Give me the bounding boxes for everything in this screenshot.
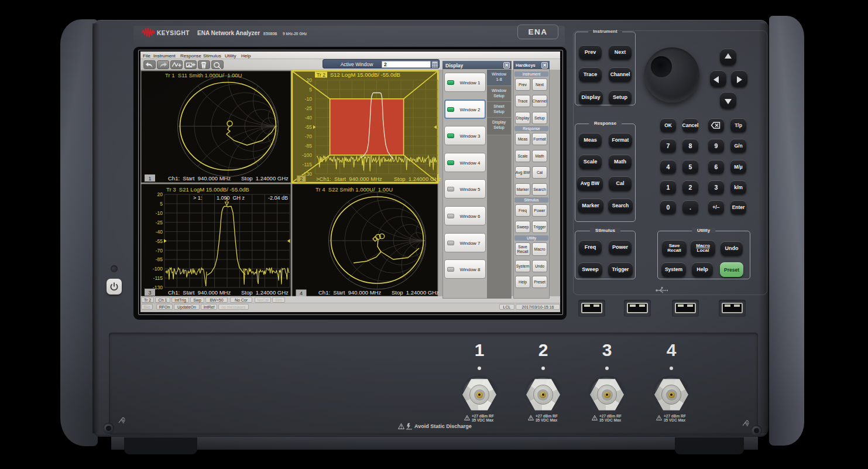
svg-text:20: 20 (157, 191, 163, 197)
svg-text:S12 LogM 15.00dB/ -55.0dB: S12 LogM 15.00dB/ -55.0dB (330, 71, 400, 78)
svg-text:> 1:: > 1: (193, 195, 202, 201)
svg-text:-10: -10 (156, 210, 163, 216)
svg-text:-25: -25 (156, 220, 163, 225)
svg-text:-2.04 dB: -2.04 dB (268, 195, 288, 201)
svg-text:-40: -40 (305, 115, 313, 121)
svg-text:-55: -55 (156, 238, 163, 244)
svg-text:1: 1 (148, 176, 151, 182)
svg-text:5: 5 (160, 201, 163, 207)
svg-text:4: 4 (300, 290, 303, 296)
svg-text:Ch1: Start 940.000 MHz: Ch1: Start 940.000 MHz (168, 289, 231, 296)
svg-text:Ch1: Start 940.000 MHz: Ch1: Start 940.000 MHz (318, 289, 381, 296)
svg-text:-25: -25 (305, 105, 313, 111)
svg-text:20: 20 (307, 77, 313, 83)
svg-text:1.090 GH z: 1.090 GH z (217, 195, 245, 201)
svg-text:Stop 1.24000 GHz: Stop 1.24000 GHz (394, 176, 441, 182)
svg-text:Stop 1.24000 GHz: Stop 1.24000 GHz (392, 289, 439, 296)
svg-text:-10: -10 (305, 96, 313, 102)
svg-text:-100: -100 (153, 266, 163, 272)
svg-text:-115: -115 (153, 275, 163, 281)
svg-text:-70: -70 (156, 248, 163, 254)
svg-text:Tr 4 S22 Smith 1.000U/ 1.00U: Tr 4 S22 Smith 1.000U/ 1.00U (315, 186, 393, 193)
svg-text:-40: -40 (156, 229, 163, 235)
svg-text:-100: -100 (302, 152, 312, 158)
svg-text:-85: -85 (156, 256, 163, 262)
svg-text:Stop 1.24000 GHz: Stop 1.24000 GHz (241, 289, 289, 296)
svg-text:Tr 2: Tr 2 (317, 72, 325, 78)
svg-text:Tr 1 S11 Smith 1.000U/ 1.00U: Tr 1 S11 Smith 1.000U/ 1.00U (165, 72, 242, 78)
svg-text:2: 2 (300, 176, 303, 182)
svg-text:Stop 1.24000 GHz: Stop 1.24000 GHz (241, 175, 289, 182)
svg-text:Tr 3 S21 LogM 15.00dB/ -55.0d: Tr 3 S21 LogM 15.00dB/ -55.0dB (166, 186, 249, 193)
svg-text:3: 3 (148, 290, 151, 296)
svg-text:>Ch1: Start 940.000 MHz: >Ch1: Start 940.000 MHz (316, 176, 382, 182)
svg-text:-85: -85 (305, 143, 313, 149)
svg-text:-115: -115 (303, 162, 313, 167)
svg-text:-70: -70 (305, 133, 313, 139)
svg-text:5: 5 (309, 87, 312, 93)
svg-text:Ch1: Start 940.000 MHz: Ch1: Start 940.000 MHz (168, 175, 231, 182)
svg-text:-55: -55 (305, 124, 313, 130)
